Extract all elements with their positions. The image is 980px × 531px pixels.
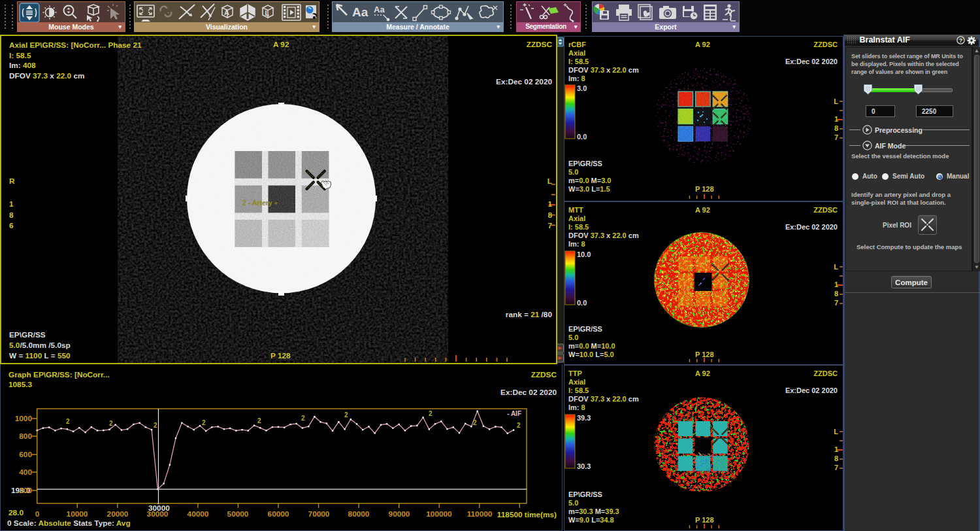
- svg-text:?: ?: [959, 37, 963, 44]
- svg-text:Aa: Aa: [374, 5, 385, 14]
- svg-text:A: A: [224, 9, 229, 16]
- svg-text:L: L: [265, 9, 270, 17]
- svg-text:Aa: Aa: [352, 5, 368, 19]
